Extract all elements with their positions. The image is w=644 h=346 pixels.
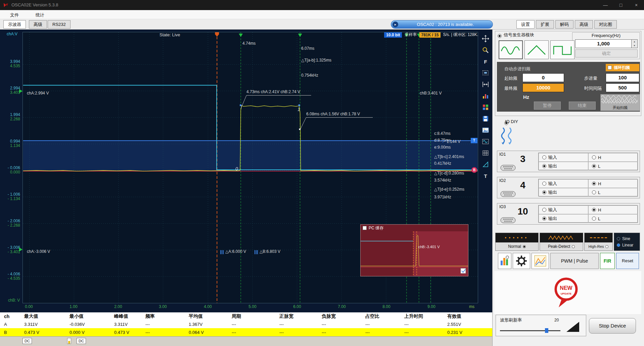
square-wave-button[interactable] — [550, 40, 574, 59]
step-input[interactable]: 100 — [606, 73, 639, 82]
minimize-button[interactable]: — — [598, 0, 613, 10]
io2-number[interactable]: 4 — [512, 180, 534, 191]
sine-wave-button[interactable] — [499, 40, 523, 59]
device-notification[interactable]: ▸ OSCA02 : 20713 is available. — [391, 20, 493, 29]
io1-output-option[interactable]: 输出 — [539, 162, 588, 170]
io3-l-radio[interactable] — [592, 217, 596, 221]
io3-output-option[interactable]: 输出 — [539, 214, 588, 223]
normal-mode-button[interactable]: Normal — [495, 233, 539, 251]
io3-h-option[interactable]: H — [588, 205, 638, 214]
io2-input-radio[interactable] — [542, 182, 546, 186]
io1-h-radio[interactable] — [592, 155, 596, 159]
horizontal-cursor-icon[interactable] — [480, 79, 491, 89]
io2-output-radio[interactable] — [542, 190, 546, 194]
siggen-radio[interactable] — [498, 34, 502, 38]
start-freq-input[interactable]: 0 — [522, 73, 564, 82]
data-table-icon[interactable] — [480, 148, 491, 158]
trigger-level-tag[interactable]: T — [471, 138, 477, 143]
pc-buffer-preview[interactable] — [361, 231, 468, 276]
pan-move-icon[interactable] — [480, 34, 491, 44]
refresh-rate-slider-thumb[interactable] — [545, 328, 548, 333]
statistics-chart-button[interactable] — [498, 253, 511, 269]
pc-buffer-inset[interactable]: PC 缓存 chB:-3.401 V — [360, 224, 468, 276]
linear-interp-option[interactable]: Linear — [617, 243, 640, 247]
io2-l-option[interactable]: L — [588, 188, 638, 197]
io1-output-radio[interactable] — [542, 164, 546, 168]
maximize-button[interactable]: □ — [613, 0, 629, 10]
fir-button[interactable]: FIR — [600, 253, 615, 269]
measurement-row-b[interactable]: B0.473 V0.000 V0.473 V---0.064 V--------… — [0, 328, 492, 336]
measure-triangle-icon[interactable] — [480, 159, 491, 169]
tab-decode[interactable]: 解码 — [555, 20, 573, 29]
refresh-rate-slider-track[interactable] — [500, 330, 560, 331]
tab-settings[interactable]: 设置 — [516, 20, 535, 29]
end-freq-input[interactable]: 10000 — [522, 83, 564, 92]
io2-l-radio[interactable] — [592, 190, 596, 194]
cha-ground-marker[interactable] — [19, 247, 22, 252]
triangle-wave-button[interactable] — [524, 40, 549, 59]
tab-oscilloscope[interactable]: 示波器 — [3, 20, 26, 29]
trigger-button[interactable]: T — [480, 171, 491, 181]
close-button[interactable]: × — [629, 0, 644, 10]
sample-rate-value[interactable]: 781K / 15 — [419, 32, 440, 38]
io3-h-radio[interactable] — [592, 208, 596, 212]
loop-sweep-checkbox[interactable] — [608, 66, 612, 70]
peak-detect-radio[interactable] — [572, 245, 575, 248]
measurement-row-a[interactable]: A3.311V-0.036V3.311V---1.367V-----------… — [0, 320, 492, 328]
start-sweep-button[interactable]: 开始扫频 — [600, 94, 640, 111]
tab-advanced-right[interactable]: 高级 — [575, 20, 593, 29]
reset-button[interactable]: Reset — [616, 253, 639, 269]
io2-h-radio[interactable] — [592, 182, 596, 186]
tab-advanced-left[interactable]: 高级 — [29, 20, 47, 29]
frequency-input[interactable]: 1,000 — [575, 39, 632, 48]
io2-output-option[interactable]: 输出 — [539, 188, 588, 197]
tab-comparison[interactable]: 对比图 — [594, 20, 617, 29]
io2-input-option[interactable]: 输入 — [539, 179, 588, 188]
io2-h-option[interactable]: H — [588, 179, 638, 188]
sine-interp-option[interactable]: Sine — [617, 236, 640, 241]
interval-input[interactable]: 500 — [606, 83, 639, 92]
io1-l-radio[interactable] — [592, 164, 596, 168]
cha-position-marker[interactable] — [19, 89, 22, 93]
stop-device-button[interactable]: Stop Device — [589, 318, 636, 334]
frequency-spinner[interactable]: ▲▼ — [632, 39, 638, 48]
io3-input-radio[interactable] — [542, 208, 546, 212]
end-sweep-button[interactable]: 结束 — [569, 102, 596, 110]
pc-buffer-checkbox[interactable] — [363, 226, 367, 230]
pause-sweep-button[interactable]: 暂停 — [534, 102, 561, 110]
frequency-confirm-button[interactable]: 确定 — [575, 49, 638, 57]
pwm-pulse-button[interactable]: PWM | Pulse — [550, 253, 599, 269]
loop-sweep-toggle[interactable]: 循环扫频 — [606, 64, 639, 71]
cha-coupling-button[interactable]: DC — [22, 338, 32, 344]
io3-l-option[interactable]: L — [588, 214, 638, 223]
sine-interp-radio[interactable] — [617, 237, 620, 240]
io1-h-option[interactable]: H — [588, 153, 638, 162]
histogram-icon[interactable] — [480, 91, 491, 101]
peak-detect-mode-button[interactable]: Peak-Detect — [540, 233, 583, 251]
settings-gear-button[interactable] — [513, 253, 530, 269]
io3-output-radio[interactable] — [542, 217, 546, 221]
menu-statistics[interactable]: 统计 — [34, 11, 46, 19]
tab-rs232[interactable]: RS232 — [48, 20, 71, 29]
save-icon[interactable] — [480, 114, 491, 124]
io1-input-option[interactable]: 输入 — [539, 153, 588, 162]
waveform-export-icon[interactable] — [480, 137, 491, 147]
menu-file[interactable]: 文件 — [8, 11, 21, 19]
new-update-badge[interactable]: NEW UPDATE — [551, 274, 582, 310]
spectrum-chart-button[interactable] — [532, 253, 549, 269]
channel-color-grid-icon[interactable] — [480, 102, 491, 112]
io1-number[interactable]: 3 — [512, 154, 534, 164]
linear-interp-radio[interactable] — [617, 243, 620, 247]
fft-button[interactable]: F — [480, 56, 491, 67]
high-res-mode-button[interactable]: High-Res — [584, 233, 613, 251]
screenshot-icon[interactable] — [480, 125, 491, 135]
io1-input-radio[interactable] — [542, 155, 546, 159]
high-res-radio[interactable] — [605, 245, 608, 248]
chb-position-tag[interactable]: B — [471, 167, 477, 173]
select-region-icon[interactable] — [480, 68, 491, 78]
io3-number[interactable]: 10 — [512, 206, 534, 217]
zoom-icon[interactable] — [480, 45, 491, 55]
tab-extension[interactable]: 扩展 — [536, 20, 554, 29]
normal-mode-radio[interactable] — [523, 245, 526, 248]
io3-input-option[interactable]: 输入 — [539, 205, 588, 214]
